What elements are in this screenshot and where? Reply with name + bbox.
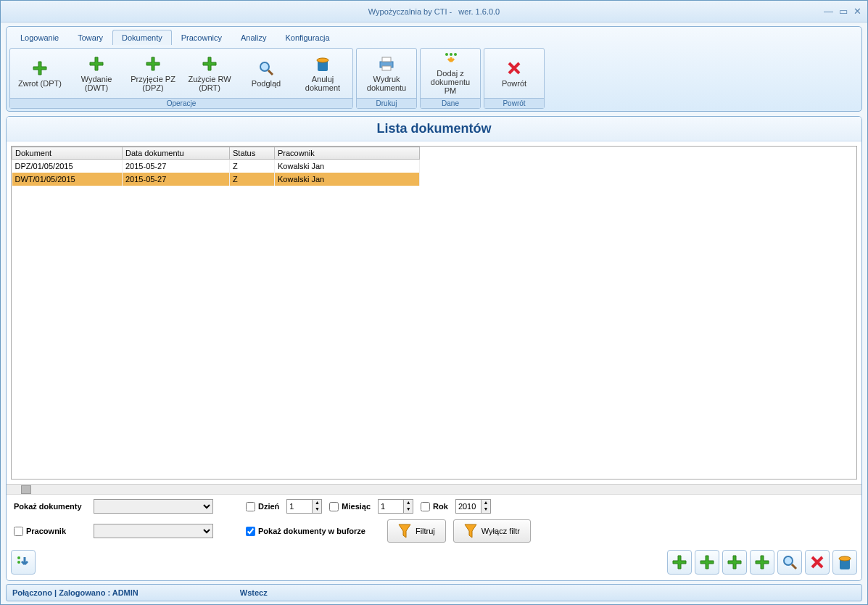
svg-point-6	[445, 53, 448, 56]
pokaz-dokumenty-select[interactable]	[94, 499, 213, 514]
miesiac-spinner[interactable]: ▲▼	[378, 499, 413, 514]
svg-marker-10	[465, 524, 476, 538]
close-icon[interactable]: ✕	[853, 6, 861, 17]
funnel-icon	[398, 524, 411, 538]
down-green-icon	[441, 52, 460, 67]
minimize-icon[interactable]: —	[824, 6, 833, 17]
rok-input[interactable]	[456, 500, 481, 513]
filter-panel: Pokaż dokumenty Dzień ▲▼ Miesiąc ▲▼ Rok …	[7, 494, 861, 547]
add-3-button[interactable]	[722, 550, 747, 575]
col-0[interactable]: Dokument	[12, 147, 123, 160]
magnifier-icon	[782, 554, 798, 570]
svg-point-12	[17, 561, 20, 564]
tab-analizy[interactable]: Analizy	[231, 30, 276, 45]
table-row[interactable]: DWT/01/05/20152015-05-27ZKowalski Jan	[12, 173, 420, 186]
svg-rect-5	[382, 66, 391, 70]
tab-logowanie[interactable]: Logowanie	[11, 30, 68, 45]
documents-table: DokumentData dokumentuStatusPracownik DP…	[12, 147, 420, 186]
dzien-checkbox[interactable]	[246, 502, 255, 511]
down-arrow-blue-icon	[16, 555, 30, 569]
group-operacje: Zwrot (DPT)Wydanie (DWT)Przyjęcie PZ (DP…	[9, 48, 353, 109]
svg-point-2	[317, 58, 328, 62]
add-1-button[interactable]	[667, 550, 692, 575]
svg-point-11	[17, 556, 20, 559]
plus-green-icon	[144, 54, 162, 73]
delete-button[interactable]	[805, 550, 830, 575]
col-3[interactable]: Pracownik	[275, 147, 420, 160]
podglad-button[interactable]: Podgląd	[238, 50, 294, 96]
bufor-label: Pokaż dokumenty w buforze	[258, 527, 365, 535]
plus-green-icon	[699, 554, 715, 570]
zuzycie-rw-button[interactable]: Zużycie RW (DRT)	[181, 50, 238, 96]
scrollbar-horizontal[interactable]	[7, 484, 861, 494]
svg-point-7	[450, 53, 452, 56]
refresh-down-button[interactable]	[11, 550, 36, 575]
filtruj-button[interactable]: Filtruj	[387, 519, 446, 543]
miesiac-label: Miesiąc	[342, 502, 371, 511]
col-2[interactable]: Status	[230, 147, 275, 160]
svg-rect-4	[382, 57, 391, 62]
svg-line-1	[268, 70, 273, 75]
rok-checkbox[interactable]	[421, 502, 430, 511]
svg-point-13	[784, 556, 793, 565]
wydanie-dwt-button[interactable]: Wydanie (DWT)	[68, 50, 125, 96]
dzien-label: Dzień	[258, 502, 279, 511]
tab-dokumenty[interactable]: Dokumenty	[112, 30, 172, 45]
bottom-toolbar	[7, 547, 861, 577]
x-red-icon	[505, 59, 524, 78]
ribbon: LogowanieTowaryDokumentyPracownicyAnaliz…	[6, 26, 862, 112]
svg-line-14	[792, 564, 796, 569]
plus-green-icon	[671, 554, 687, 570]
group-label: Powrót	[484, 98, 544, 108]
status-hint: Wstecz	[240, 588, 268, 597]
group-label: Dane	[421, 98, 480, 108]
miesiac-checkbox[interactable]	[329, 502, 339, 511]
pokaz-dokumenty-label: Pokaż dokumenty	[14, 502, 94, 511]
anuluj-dokument-button[interactable]: Anuluj dokument	[294, 50, 351, 96]
plus-green-icon	[30, 59, 49, 78]
svg-point-0	[260, 62, 269, 71]
group-drukuj: Wydruk dokumentuDrukuj	[356, 48, 417, 109]
dzien-spinner[interactable]: ▲▼	[286, 499, 322, 514]
wydruk-dokumentu-button[interactable]: Wydruk dokumentu	[358, 50, 415, 96]
grid-container[interactable]: DokumentData dokumentuStatusPracownik DP…	[11, 146, 857, 480]
tab-towary[interactable]: Towary	[68, 30, 112, 45]
tab-konfiguracja[interactable]: Konfiguracja	[276, 30, 339, 45]
group-label: Drukuj	[357, 98, 416, 108]
plus-green-icon	[87, 54, 106, 73]
add-2-button[interactable]	[695, 550, 719, 575]
dodaj-z-pm-button[interactable]: Dodaj z dokumentu PM	[422, 50, 479, 96]
svg-marker-9	[399, 524, 410, 538]
group-dane: Dodaj z dokumentu PMDane	[420, 48, 481, 109]
view-button[interactable]	[777, 550, 802, 575]
wylacz-filtr-button[interactable]: Wyłącz filtr	[453, 519, 531, 543]
maximize-icon[interactable]: ▭	[839, 6, 848, 17]
add-4-button[interactable]	[750, 550, 774, 575]
page-title: Lista dokumentów	[7, 117, 861, 141]
powrot-button[interactable]: Powrót	[486, 50, 542, 96]
x-red-icon	[810, 555, 824, 569]
pracownik-checkbox[interactable]	[14, 527, 23, 536]
titlebar: Wypożyczalnia by CTI - wer. 1.6.0.0 — ▭ …	[1, 1, 867, 22]
rok-spinner[interactable]: ▲▼	[455, 499, 491, 514]
group-powrot: PowrótPowrót	[484, 48, 545, 109]
bufor-checkbox[interactable]	[246, 527, 255, 536]
plus-green-icon	[727, 554, 743, 570]
rok-label: Rok	[433, 502, 448, 511]
group-label: Operacje	[10, 98, 352, 108]
content-panel: Lista dokumentów DokumentData dokumentuS…	[6, 116, 862, 581]
window-title: Wypożyczalnia by CTI - wer. 1.6.0.0	[368, 7, 500, 16]
pracownik-select[interactable]	[94, 524, 213, 538]
svg-point-15	[839, 556, 851, 561]
dzien-input[interactable]	[287, 500, 312, 513]
zwrot-dpt-button[interactable]: Zwrot (DPT)	[12, 50, 68, 96]
col-1[interactable]: Data dokumentu	[123, 147, 230, 160]
tab-pracownicy[interactable]: Pracownicy	[172, 30, 231, 45]
plus-green-icon	[754, 554, 770, 570]
przyjecie-pz-button[interactable]: Przyjęcie PZ (DPZ)	[125, 50, 181, 96]
pracownik-label: Pracownik	[26, 527, 66, 535]
plus-green-icon	[200, 54, 219, 73]
miesiac-input[interactable]	[379, 500, 403, 513]
table-row[interactable]: DPZ/01/05/20152015-05-27ZKowalski Jan	[12, 160, 420, 173]
bin-button[interactable]	[832, 550, 857, 575]
